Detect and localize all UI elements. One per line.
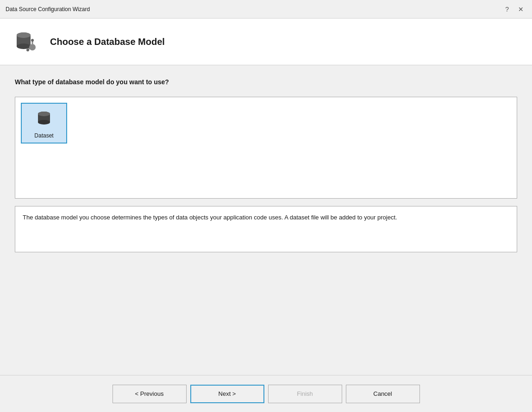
- svg-point-2: [17, 44, 31, 49]
- body-spacer: [15, 260, 517, 362]
- svg-point-8: [26, 49, 29, 51]
- svg-point-11: [38, 120, 50, 125]
- close-button[interactable]: ✕: [515, 5, 526, 13]
- options-box: Dataset: [15, 97, 517, 199]
- help-button[interactable]: ?: [502, 5, 512, 13]
- wizard-body: What type of database model do you want …: [0, 65, 532, 375]
- title-bar-left: Data Source Configuration Wizard: [6, 6, 90, 12]
- wizard-header-title: Choose a Database Model: [50, 37, 165, 47]
- wizard-footer: < Previous Next > Finish Cancel: [0, 375, 532, 412]
- wizard-question: What type of database model do you want …: [15, 78, 517, 86]
- database-icon: [13, 28, 41, 56]
- dataset-label: Dataset: [34, 132, 53, 139]
- cancel-button[interactable]: Cancel: [346, 385, 420, 403]
- previous-button[interactable]: < Previous: [113, 385, 187, 403]
- window-title: Data Source Configuration Wizard: [6, 6, 90, 12]
- svg-point-3: [17, 32, 31, 38]
- wizard-header: Choose a Database Model: [0, 19, 532, 65]
- dataset-option[interactable]: Dataset: [21, 103, 67, 144]
- title-bar-controls: ? ✕: [502, 5, 526, 13]
- svg-point-6: [31, 39, 34, 42]
- svg-point-12: [38, 112, 50, 116]
- title-bar: Data Source Configuration Wizard ? ✕: [0, 0, 532, 19]
- finish-button: Finish: [268, 385, 342, 403]
- description-box: The database model you choose determines…: [15, 206, 517, 252]
- dataset-db-icon: [35, 109, 53, 128]
- dataset-icon: [33, 107, 55, 130]
- next-button[interactable]: Next >: [190, 385, 264, 403]
- wizard-content: Choose a Database Model What type of dat…: [0, 19, 532, 412]
- wizard-header-icon: [13, 28, 41, 56]
